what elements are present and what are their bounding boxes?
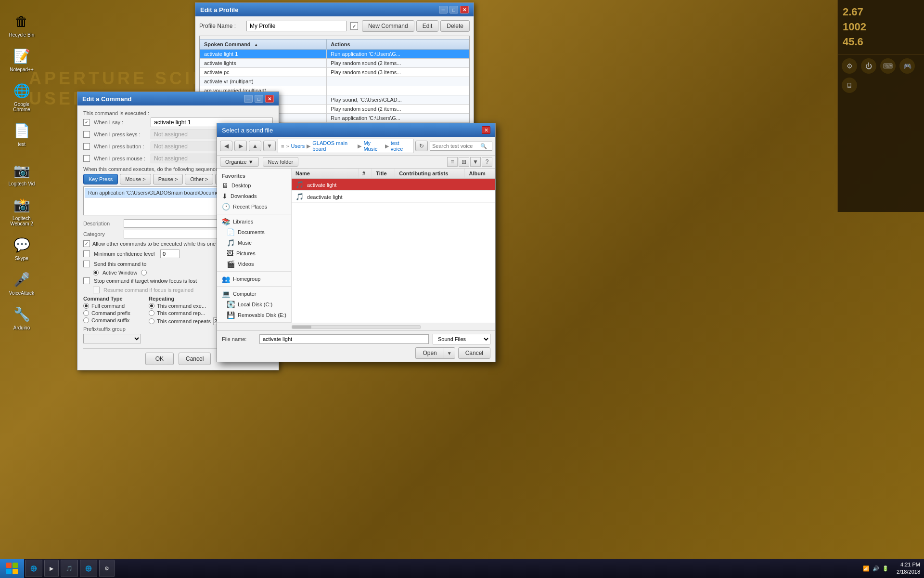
fb-cancel-button[interactable]: Cancel bbox=[458, 347, 490, 359]
keyboard-icon-right[interactable]: ⌨ bbox=[880, 58, 896, 74]
profile-name-input[interactable] bbox=[246, 21, 346, 31]
new-folder-btn[interactable]: New folder bbox=[263, 157, 299, 167]
sidebar-item-documents[interactable]: 📄 Documents bbox=[217, 227, 291, 237]
desktop-icon-chrome[interactable]: 🌐 Google Chrome bbox=[5, 79, 38, 114]
when-press-keys-checkbox[interactable] bbox=[83, 131, 90, 138]
cmd-minimize-btn[interactable]: ─ bbox=[244, 95, 253, 103]
fb-dropdown-btn[interactable]: ▼ bbox=[263, 141, 276, 151]
sidebar-item-videos[interactable]: 🎬 Videos bbox=[217, 259, 291, 269]
fb-back-btn[interactable]: ◀ bbox=[220, 141, 232, 151]
desktop-icon-voiceattack[interactable]: 🎤 VoiceAttack bbox=[5, 268, 38, 298]
col-album[interactable]: Album bbox=[465, 169, 495, 179]
sidebar-item-localc[interactable]: 💽 Local Disk (C:) bbox=[217, 299, 291, 310]
mouse-btn[interactable]: Mouse > bbox=[120, 174, 151, 184]
active-window-radio[interactable] bbox=[93, 270, 99, 276]
cmd-close-btn[interactable]: ✕ bbox=[265, 95, 274, 103]
key-press-btn[interactable]: Key Press bbox=[83, 174, 118, 184]
fb-forward-btn[interactable]: ▶ bbox=[234, 141, 247, 151]
table-row[interactable]: activate light 1 Run application 'C:\Use… bbox=[200, 50, 469, 59]
power-icon[interactable]: ⏻ bbox=[861, 58, 876, 74]
view-details-btn[interactable]: ≡ bbox=[447, 157, 458, 167]
bc-glados[interactable]: GLADOS main board bbox=[312, 140, 356, 152]
taskbar-start-btn[interactable] bbox=[0, 559, 24, 578]
sidebar-item-pictures[interactable]: 🖼 Pictures bbox=[217, 248, 291, 259]
when-i-say-checkbox[interactable] bbox=[83, 119, 90, 126]
sidebar-item-downloads[interactable]: ⬇ Downloads bbox=[217, 191, 291, 201]
search-icon[interactable]: 🔍 bbox=[480, 143, 487, 149]
profile-name-checkbox[interactable]: ✓ bbox=[350, 22, 358, 30]
resume-focus-checkbox[interactable] bbox=[93, 287, 100, 293]
new-command-button[interactable]: New Command bbox=[362, 20, 414, 32]
col-hash[interactable]: # bbox=[358, 169, 372, 179]
table-row[interactable]: activate pc Play random sound (3 items..… bbox=[200, 68, 469, 77]
taskbar-chrome[interactable]: 🌐 bbox=[80, 560, 97, 577]
sidebar-item-libraries[interactable]: 📚 Libraries bbox=[217, 216, 291, 227]
sidebar-item-homegroup[interactable]: 👥 Homegroup bbox=[217, 274, 291, 284]
fb-open-arrow-btn[interactable]: ▼ bbox=[444, 347, 455, 359]
taskbar-media[interactable]: ▶ bbox=[44, 560, 59, 577]
sidebar-item-computer[interactable]: 💻 Computer bbox=[217, 289, 291, 299]
fb-up-btn[interactable]: ▲ bbox=[249, 141, 261, 151]
tray-battery-icon[interactable]: 🔋 bbox=[882, 565, 889, 572]
command-suffix-radio[interactable] bbox=[83, 317, 89, 323]
sidebar-item-recent[interactable]: 🕐 Recent Places bbox=[217, 201, 291, 212]
tray-network-icon[interactable]: 📶 bbox=[863, 565, 870, 572]
file-row-deactivate-light[interactable]: 🎵 deactivate light bbox=[292, 191, 495, 203]
help-btn[interactable]: ? bbox=[482, 157, 492, 167]
sidebar-item-music[interactable]: 🎵 Music bbox=[217, 237, 291, 248]
sidebar-item-removable[interactable]: 💾 Removable Disk (E:) bbox=[217, 310, 291, 320]
desktop-icon-skype[interactable]: 💬 Skype bbox=[5, 233, 38, 263]
col-name[interactable]: Name bbox=[292, 169, 358, 179]
desktop-icon-logitech-webcam[interactable]: 📸 Logitech Webcam 2 bbox=[5, 193, 38, 228]
sidebar-item-desktop[interactable]: 🖥 Desktop bbox=[217, 180, 291, 191]
cmd-maximize-btn[interactable]: □ bbox=[255, 95, 263, 103]
this-cmd-exe-radio[interactable] bbox=[149, 303, 154, 309]
view-dropdown-btn[interactable]: ▼ bbox=[470, 157, 481, 167]
command-suffix-radio-item[interactable]: Command suffix bbox=[83, 317, 141, 323]
maximize-btn[interactable]: □ bbox=[449, 6, 458, 13]
fb-open-button[interactable]: Open bbox=[415, 347, 443, 359]
command-prefix-radio-item[interactable]: Command prefix bbox=[83, 310, 141, 316]
file-row-activate-light[interactable]: 🎵 activate light bbox=[292, 179, 495, 191]
stop-command-checkbox[interactable] bbox=[83, 277, 90, 284]
min-confidence-checkbox[interactable] bbox=[83, 250, 90, 257]
fb-close-btn[interactable]: ✕ bbox=[482, 126, 490, 134]
send-this-checkbox[interactable] bbox=[83, 261, 90, 267]
inactive-window-radio[interactable] bbox=[141, 270, 147, 276]
fb-filetype-select[interactable]: Sound Files bbox=[433, 334, 490, 344]
minimize-btn[interactable]: ─ bbox=[439, 6, 448, 13]
delete-button[interactable]: Delete bbox=[440, 20, 470, 32]
col-spoken-command[interactable]: Spoken Command ▲ bbox=[200, 39, 327, 50]
taskbar-mediaplayer[interactable]: 🎵 bbox=[61, 560, 78, 577]
full-command-radio-item[interactable]: Full command bbox=[83, 303, 141, 309]
other-btn[interactable]: Other > bbox=[185, 174, 213, 184]
monitor-icon[interactable]: 🖥 bbox=[842, 78, 857, 93]
edit-button[interactable]: Edit bbox=[416, 20, 439, 32]
min-confidence-input[interactable] bbox=[160, 250, 180, 258]
col-actions[interactable]: Actions bbox=[327, 39, 469, 50]
desktop-icon-arduino[interactable]: 🔧 Arduino bbox=[5, 302, 38, 332]
col-contributing[interactable]: Contributing artists bbox=[395, 169, 465, 179]
desktop-icon-logitech-vid[interactable]: 📷 Logitech Vid bbox=[5, 158, 38, 188]
allow-checkbox[interactable] bbox=[83, 240, 90, 247]
this-cmd-rep-radio[interactable] bbox=[149, 310, 154, 316]
cancel-button[interactable]: Cancel bbox=[179, 353, 211, 365]
pause-btn[interactable]: Pause > bbox=[153, 174, 183, 184]
settings-icon[interactable]: ⚙ bbox=[842, 58, 857, 74]
ok-button[interactable]: OK bbox=[145, 353, 174, 365]
view-icons-btn[interactable]: ⊞ bbox=[459, 157, 469, 167]
desktop-icon-test[interactable]: 📄 test bbox=[5, 119, 38, 149]
this-cmd-repeats-radio[interactable] bbox=[149, 318, 154, 324]
table-row[interactable]: activate vr (multipart) bbox=[200, 77, 469, 86]
bc-mymusic[interactable]: My Music bbox=[363, 140, 383, 152]
when-press-mouse-checkbox[interactable] bbox=[83, 155, 90, 162]
taskbar-settings[interactable]: ⚙ bbox=[99, 560, 115, 577]
desktop-icon-recycle-bin[interactable]: 🗑 Recycle Bin bbox=[5, 10, 38, 39]
gamepad-icon[interactable]: 🎮 bbox=[899, 58, 915, 74]
bc-users[interactable]: Users bbox=[291, 143, 305, 149]
desktop-icon-notepad[interactable]: 📝 Notepad++ bbox=[5, 44, 38, 74]
taskbar-ie[interactable]: 🌐 bbox=[25, 560, 42, 577]
command-prefix-radio[interactable] bbox=[83, 310, 89, 316]
tray-sound-icon[interactable]: 🔊 bbox=[873, 565, 879, 572]
table-row[interactable]: activate lights Play random sound (2 ite… bbox=[200, 59, 469, 68]
